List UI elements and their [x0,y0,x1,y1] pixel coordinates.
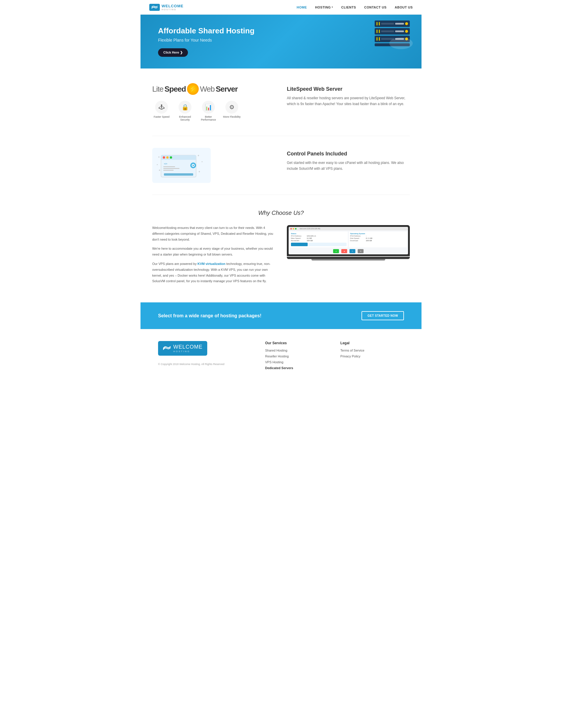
bandwidth-fill [291,243,308,246]
screen-val-4: - [366,235,406,237]
laptop-stand [311,259,385,261]
why-para-1: WelcomeHosting ensures that every client… [152,225,275,242]
litespeed-left: Lite Speed ⚡ Web Server 🕹 Faster Speed 🔒… [152,83,275,121]
footer-link-shared[interactable]: Shared Hosting [265,349,329,352]
server-dot [405,22,408,25]
svg-point-11 [193,165,194,166]
screen-val-2: 11 GB [307,237,347,239]
svg-rect-6 [163,166,175,167]
security-icon: 🔒 [179,101,191,114]
screen-val-3: 100 GB [307,240,347,241]
litespeed-bolt-icon: ⚡ [187,83,199,95]
screen-label-3: Bandwidth: [291,240,306,241]
nav-home[interactable]: HOME [297,6,307,9]
screen-row-3: Bandwidth: 100 GB [291,240,347,241]
footer-link-reseller[interactable]: Reseller Hosting [265,354,329,358]
nav-about[interactable]: ABOUT US [395,6,413,9]
nav-contact[interactable]: CONTACT US [364,6,386,9]
control-panel-section: </> + + + + × × Control Panels [141,136,421,195]
kvm-link[interactable]: KVM virtualization [198,262,225,265]
screen-label-1: IPv4 Address: [291,235,306,237]
hosting-dropdown-arrow: ▾ [332,6,333,8]
cp-title: Control Panels Included [287,151,410,157]
screen-btn-3-label: ↻ [352,250,353,252]
footer-legal: Legal Terms of Service Privacy Policy [340,341,404,372]
footer-link-vps[interactable]: VPS Hosting [265,360,329,364]
nav-hosting[interactable]: HOSTING ▾ [315,6,333,9]
feature-better-performance: 📊 Better Performance [199,101,218,121]
flexibility-icon: ⚙ [225,101,238,114]
feature-faster-speed: 🕹 Faster Speed [152,101,171,121]
feature-security-label: Enhanced Security [176,115,194,121]
screen-label-5: Disk Speed: [350,237,365,239]
feature-performance-label: Better Performance [199,115,218,121]
svg-text:</>: </> [164,162,167,165]
server-dot-2 [405,30,408,33]
dot-green [295,228,297,229]
laptop-screen-content: Status IPv4 Address: 123.123.1.1 Main Sp… [289,230,408,254]
cp-right: Control Panels Included Get started with… [287,148,410,172]
cp-desc: Get started with the ever easy to use cP… [287,160,410,172]
footer-services: Our Services Shared Hosting Reseller Hos… [265,341,329,372]
screen-left-panel: Status IPv4 Address: 123.123.1.1 Main Sp… [290,232,348,247]
svg-text:×: × [201,160,203,163]
svg-point-3 [166,156,169,159]
why-section: Why Choose Us? WelcomeHosting ensures th… [141,195,421,302]
screen-row-5: Disk Speed: 0 / 1 GB [350,237,406,239]
footer-logo-hosting: HOSTING [173,350,203,353]
nav-logo[interactable]: WELCOME HOSTING [149,4,184,11]
url-bar: test.com (123.123.125.46) [300,228,320,229]
footer-link-privacy[interactable]: Privacy Policy [340,354,404,358]
nav-clients[interactable]: CLIENTS [341,6,356,9]
screen-label-4: IPv6 Address: [350,235,365,237]
footer-logo-welcome: WELCOME [173,344,203,350]
screen-btn-4: ⚙ [358,249,364,253]
footer-link-dedicated[interactable]: Dedicated Servers [265,366,329,370]
screen-btn-3: ↻ [349,249,355,253]
server-unit-1 [375,20,410,27]
screen-right-panel: Operating System IPv6 Address: - Disk Sp… [349,232,407,247]
feature-icons: 🕹 Faster Speed 🔒 Enhanced Security 📊 Bet… [152,101,275,121]
screen-right-title: Operating System [350,233,406,234]
hero-content: Affordable Shared Hosting Flexible Plans… [158,26,404,57]
litespeed-logo: Lite Speed ⚡ Web Server [152,83,275,95]
footer-content: WELCOME HOSTING © Copyright 2018 Welcome… [158,341,404,372]
logo-icon [149,4,160,11]
litespeed-right: LiteSpeed Web Server All shared & resell… [287,83,410,107]
feature-more-flexibility: ⚙ More Flexibility [222,101,241,121]
svg-text:+: + [198,154,199,157]
feature-speed-label: Faster Speed [154,115,169,118]
cta-button[interactable]: GET STARTED NOW [361,311,404,320]
footer-copyright: © Copyright 2018 Welcome Hosting. All Ri… [158,363,253,366]
footer-legal-title: Legal [340,341,404,345]
svg-text:+: + [198,170,200,173]
screen-label-6: Download: [350,240,365,241]
feature-enhanced-security: 🔒 Enhanced Security [176,101,194,121]
why-title: Why Choose Us? [152,210,410,216]
performance-icon: 📊 [202,101,215,114]
server-led-2 [379,22,380,25]
screen-btn-2: ■ [341,249,347,253]
hero-title: Affordable Shared Hosting [158,26,404,35]
laptop-mockup: test.com (123.123.125.46) Status IPv4 Ad… [287,225,410,256]
screen-row-4: IPv6 Address: - [350,235,406,237]
bandwidth-bar [291,243,347,246]
footer: WELCOME HOSTING © Copyright 2018 Welcome… [141,329,421,384]
litespeed-web: Web [200,85,215,94]
screen-val-5: 0 / 1 GB [366,237,406,239]
server-led [376,22,378,25]
footer-logo: WELCOME HOSTING [158,341,207,356]
screen-btn-4-label: ⚙ [360,250,361,252]
screen-val-1: 123.123.1.1 [307,235,347,237]
litespeed-speed: Speed [165,85,186,94]
why-content: WelcomeHosting ensures that every client… [152,225,410,288]
footer-link-tos[interactable]: Terms of Service [340,349,404,352]
litespeed-server-text: Server [216,85,238,94]
screen-actions: ● ■ ↻ ⚙ [290,249,407,253]
screen-label-2: Main Speed: [291,237,306,239]
speed-icon: 🕹 [155,101,168,114]
litespeed-section-desc: All shared & reseller hosting servers ar… [287,95,410,107]
hero-cta-button[interactable]: Click Here ❯ [158,48,188,57]
navbar: WELCOME HOSTING HOME HOSTING ▾ CLIENTS C… [141,0,421,15]
svg-point-2 [163,156,165,159]
